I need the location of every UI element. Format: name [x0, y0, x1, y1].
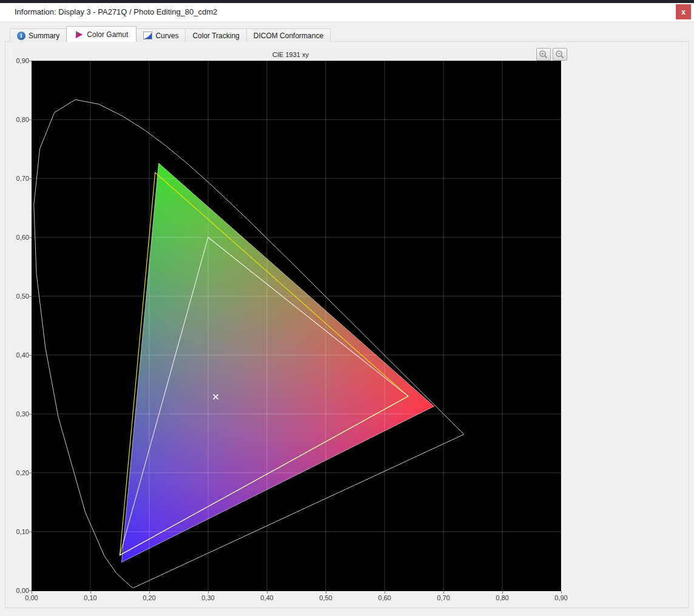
y-tick-label: 0,80 [13, 116, 29, 123]
tab-curves[interactable]: Curves [136, 29, 186, 42]
x-tick-label: 0,50 [312, 594, 339, 601]
chart-widget: CIE 1931 xy 0,900,800,700,600,500,400,30… [13, 48, 568, 606]
y-tick [29, 532, 32, 532]
y-tick [29, 237, 32, 238]
y-tick-label: 0,40 [13, 351, 29, 359]
chromaticity-diagram [32, 61, 561, 591]
x-tick [267, 591, 268, 594]
y-tick-label: 0,70 [13, 175, 29, 182]
x-tick [208, 591, 209, 594]
curves-icon [143, 32, 152, 39]
x-tick [149, 591, 150, 594]
x-tick [561, 591, 562, 594]
x-tick-label: 0,20 [136, 594, 163, 601]
tab-color-tracking[interactable]: Color Tracking [185, 29, 246, 42]
plot-area [32, 61, 561, 591]
x-tick [326, 591, 326, 594]
y-tick [29, 414, 32, 415]
zoom-in-button[interactable] [536, 48, 551, 61]
close-button[interactable]: x [676, 4, 691, 19]
y-tick [29, 120, 32, 120]
x-tick-label: 0,10 [77, 594, 104, 601]
tab-label: Color Tracking [192, 32, 239, 40]
y-tick-label: 0,00 [13, 587, 29, 594]
y-tick [29, 473, 32, 473]
zoom-out-button[interactable] [553, 48, 567, 61]
tab-color-gamut[interactable]: Color Gamut [66, 26, 136, 42]
close-icon: x [681, 8, 686, 16]
x-tick-label: 0,80 [489, 594, 516, 601]
y-tick-label: 0,20 [13, 469, 29, 476]
tab-bar: i Summary Color Gamut Curves Color Track… [10, 26, 330, 42]
tab-label: Color Gamut [87, 30, 128, 39]
tab-label: DICOM Conformance [254, 32, 323, 40]
x-tick-label: 0,70 [430, 594, 457, 601]
y-tick [29, 61, 32, 61]
x-tick-label: 0,30 [195, 594, 221, 601]
info-icon: i [17, 32, 25, 40]
tab-dicom-conformance[interactable]: DICOM Conformance [246, 29, 331, 42]
y-tick-label: 0,50 [13, 293, 29, 300]
magnifier-plus-icon [539, 50, 548, 59]
magnifier-minus-icon [555, 50, 565, 59]
gamut-icon [75, 30, 84, 39]
x-tick [385, 591, 385, 594]
y-tick-label: 0,90 [13, 57, 29, 64]
x-tick-label: 0,90 [548, 594, 574, 601]
tab-label: Summary [29, 32, 59, 40]
y-tick [29, 296, 32, 297]
chart-header: CIE 1931 xy [13, 48, 568, 61]
x-tick-label: 0,60 [371, 594, 398, 601]
tab-label: Curves [155, 32, 178, 40]
y-tick-label: 0,30 [13, 410, 29, 418]
x-tick-label: 0,40 [254, 594, 280, 601]
white-point-marker [214, 394, 218, 399]
chart-title: CIE 1931 xy [272, 51, 309, 58]
window-titlebar: Information: Display 3 - PA271Q / Photo … [0, 3, 694, 21]
y-tick-label: 0,60 [13, 234, 29, 241]
tab-summary[interactable]: i Summary [10, 29, 67, 42]
y-tick [29, 178, 32, 179]
x-tick [443, 591, 444, 594]
window-title: Information: Display 3 - PA271Q / Photo … [15, 7, 217, 16]
x-tick-label: 0,00 [18, 594, 45, 601]
chart-zoom-controls [536, 48, 567, 61]
x-tick [32, 591, 32, 594]
y-tick-label: 0,10 [13, 528, 29, 535]
x-tick [90, 591, 91, 594]
x-tick [502, 591, 503, 594]
y-tick [29, 355, 32, 356]
